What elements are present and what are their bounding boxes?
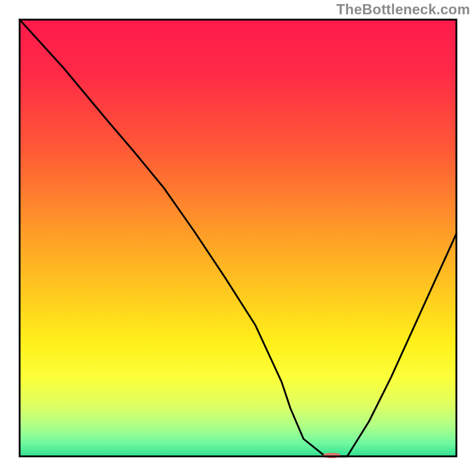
chart-wrapper: TheBottleneck.com	[0, 0, 476, 476]
watermark-text: TheBottleneck.com	[336, 1, 470, 18]
plot-background	[20, 20, 456, 456]
bottleneck-chart	[0, 0, 476, 476]
